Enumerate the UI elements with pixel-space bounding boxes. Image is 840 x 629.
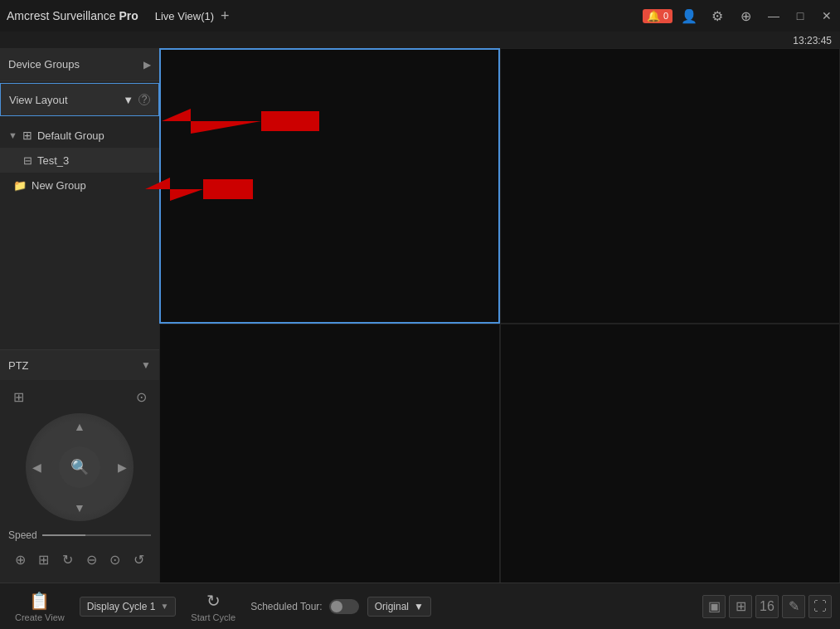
titlebar: Amcrest Surveillance Pro Live View(1) + … [0, 0, 840, 32]
view-buttons-group: ▣ ⊞ 16 ✎ ⛶ [702, 595, 832, 618]
start-cycle-icon: ↻ [206, 591, 221, 611]
ptz-action-row: ⊕ ⊞ ↻ ⊖ ⊙ ↺ [8, 548, 151, 571]
fullscreen-button[interactable]: ⛶ [808, 595, 832, 618]
ptz-arrow-icon: ▼ [141, 359, 151, 371]
sidebar: Device Groups ▶ View Layout ▼ ? ▼ ⊞ Defa… [0, 48, 159, 599]
create-view-label: Create View [15, 612, 65, 622]
scheduled-tour-toggle[interactable] [329, 599, 359, 614]
create-view-icon: 📋 [29, 591, 50, 611]
new-group-item[interactable]: 📁 New Group [0, 173, 159, 197]
bottom-toolbar: 📋 Create View Display Cycle 1 ▼ ↻ Start … [0, 583, 840, 629]
default-group-item[interactable]: ▼ ⊞ Default Group [0, 123, 159, 148]
quality-dropdown-icon: ▼ [414, 601, 424, 612]
ptz-up-arrow[interactable]: ▲ [74, 420, 85, 433]
video-grid [159, 48, 840, 599]
scheduled-tour-label: Scheduled Tour: [250, 601, 323, 612]
grid-2x2-button[interactable]: ⊞ [729, 595, 752, 618]
quality-value: Original [375, 601, 409, 612]
video-cell-4[interactable] [500, 324, 841, 599]
test-3-label: Test_3 [37, 154, 69, 167]
speed-slider-fill [42, 534, 86, 536]
ptz-grid-icon[interactable]: ⊞ [8, 387, 28, 407]
new-group-label: New Group [32, 179, 86, 192]
ptz-zoom-in-icon[interactable]: ⊕ [8, 548, 32, 571]
test-3-item[interactable]: ⊟ Test_3 [0, 148, 159, 173]
ptz-rotate-icon[interactable]: ↻ [56, 548, 80, 571]
video-cell-2[interactable] [500, 48, 841, 324]
app-title: Amcrest Surveillance Pro [7, 9, 138, 22]
start-cycle-button[interactable]: ↻ Start Cycle [184, 588, 242, 626]
live-view-tab[interactable]: Live View(1) [155, 10, 214, 22]
ptz-down-arrow[interactable]: ▼ [74, 501, 85, 514]
ptz-top-row: ⊞ ⊙ [8, 387, 151, 407]
main-content: Device Groups ▶ View Layout ▼ ? ▼ ⊞ Defa… [0, 48, 840, 599]
view-layout-icons: ▼ ? [123, 94, 150, 106]
default-group-label: Default Group [37, 129, 104, 142]
clock-display: 13:23:45 [793, 35, 832, 46]
grid-1x1-button[interactable]: ▣ [702, 595, 726, 618]
ptz-label: PTZ [8, 359, 29, 372]
maximize-button[interactable]: □ [787, 0, 813, 32]
edit-button[interactable]: ✎ [782, 595, 805, 618]
create-view-button[interactable]: 📋 Create View [8, 588, 71, 626]
ptz-section: PTZ ▼ ⊞ ⊙ ▲ ▼ ◀ ▶ 🔍 [0, 349, 159, 599]
ptz-joystick[interactable]: ▲ ▼ ◀ ▶ 🔍 [26, 413, 134, 521]
speed-label: Speed [8, 529, 37, 541]
window-controls: — □ ✕ [760, 0, 840, 32]
header-icons-area: 🔔 0 👤 ⚙ ⊕ [643, 0, 757, 32]
device-icon: ⊟ [23, 154, 32, 167]
view-layout-label: View Layout [9, 94, 68, 106]
ptz-circle-inner[interactable]: 🔍 [59, 446, 100, 488]
new-group-icon: 📁 [13, 179, 27, 192]
speed-slider[interactable] [42, 534, 151, 536]
settings-icon[interactable]: ⚙ [706, 4, 729, 27]
video-cell-3[interactable] [159, 324, 500, 599]
device-groups-arrow-icon: ▶ [143, 59, 151, 71]
app-title-bold: Pro [119, 9, 138, 22]
display-cycle-select[interactable]: Display Cycle 1 ▼ [80, 597, 177, 617]
device-groups-header[interactable]: Device Groups ▶ [0, 48, 159, 81]
ptz-left-arrow[interactable]: ◀ [32, 461, 41, 474]
quality-select[interactable]: Original ▼ [367, 597, 431, 617]
view-layout-dropdown-icon: ▼ [123, 94, 134, 106]
notification-badge[interactable]: 🔔 0 [643, 9, 672, 23]
ptz-camera-icon: 🔍 [70, 458, 89, 476]
ptz-circle-outer: ▲ ▼ ◀ ▶ 🔍 [26, 413, 134, 521]
expand-icon: ▼ [8, 130, 17, 140]
network-icon[interactable]: ⊕ [734, 4, 757, 27]
ptz-header[interactable]: PTZ ▼ [0, 350, 159, 380]
scheduled-tour-row: Scheduled Tour: [250, 599, 359, 614]
add-tab-button[interactable]: + [221, 7, 230, 25]
view-layout-help-icon: ? [138, 94, 150, 105]
ptz-rotate-ccw-icon[interactable]: ↺ [128, 548, 151, 571]
device-groups-label: Device Groups [8, 58, 80, 71]
video-cell-1[interactable] [159, 48, 500, 324]
ptz-target-icon[interactable]: ⊙ [104, 548, 127, 571]
view-layout-row[interactable]: View Layout ▼ ? [0, 83, 159, 116]
notification-count: 0 [663, 11, 668, 21]
toggle-knob [331, 601, 342, 612]
user-icon[interactable]: 👤 [677, 4, 701, 27]
speed-row: Speed [8, 529, 151, 541]
display-cycle-value: Display Cycle 1 [87, 601, 156, 612]
start-cycle-label: Start Cycle [191, 612, 235, 622]
ptz-move-icon[interactable]: ⊞ [32, 548, 56, 571]
group-icon: ⊞ [22, 129, 32, 142]
ptz-right-arrow[interactable]: ▶ [118, 461, 127, 474]
ptz-zoom-out-icon[interactable]: ⊖ [80, 548, 103, 571]
grid-4x4-button[interactable]: 16 [755, 595, 779, 618]
ptz-settings-icon[interactable]: ⊙ [131, 387, 151, 407]
minimize-button[interactable]: — [760, 0, 787, 32]
ptz-controls: ⊞ ⊙ ▲ ▼ ◀ ▶ 🔍 Speed [0, 380, 159, 578]
bell-icon: 🔔 [647, 10, 660, 22]
close-button[interactable]: ✕ [813, 0, 840, 32]
display-cycle-dropdown-icon: ▼ [160, 602, 168, 611]
device-tree: ▼ ⊞ Default Group ⊟ Test_3 📁 New Group [0, 118, 159, 202]
